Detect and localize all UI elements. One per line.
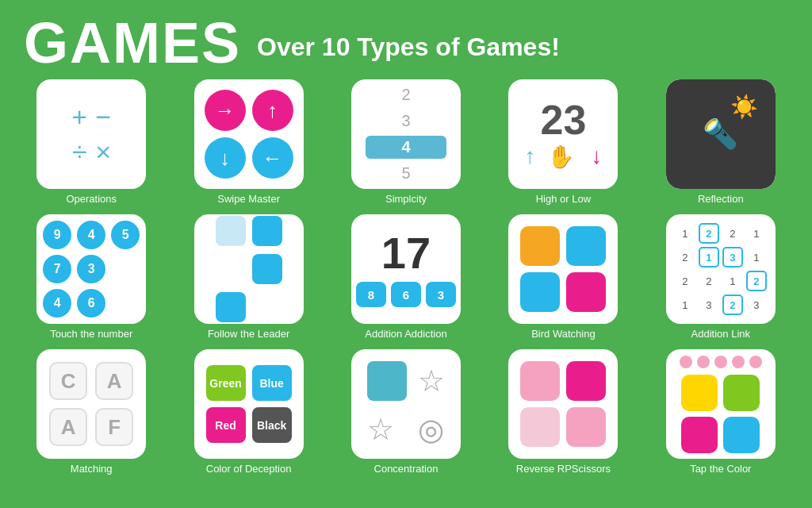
match-a2: A: [49, 408, 87, 446]
conc-star-outline-icon: ☆: [418, 364, 445, 398]
game-cell-bird-watching[interactable]: Bird Watching: [489, 214, 637, 340]
game-cell-addition-addiction[interactable]: 17 8 6 3 Addition Addiction: [332, 214, 480, 340]
game-cell-swipe-master[interactable]: → ↑ ↓ ← Swipe Master: [174, 79, 322, 205]
game-icon-rps: [508, 349, 618, 459]
add-sm-8: 8: [356, 282, 386, 307]
game-icon-addition-link: 1 2 2 1 2 1 3 1 2 2 1 2 1 3 2 3: [666, 214, 776, 324]
tnum-6: 6: [77, 289, 105, 318]
simp-3: 3: [366, 110, 446, 133]
game-label-addition-link: Addition Link: [691, 328, 750, 340]
tnum-7: 7: [43, 255, 71, 283]
tnum-5: 5: [111, 221, 140, 249]
conc-square: [367, 361, 407, 401]
tnum-4b: 4: [43, 289, 71, 318]
ops-multiply: ×: [95, 138, 111, 165]
game-label-reflection: Reflection: [698, 193, 744, 205]
game-label-color-deception: Color of Deception: [206, 463, 292, 475]
game-icon-reflection: 🔦 ☀️: [666, 79, 776, 189]
game-label-swipe-master: Swipe Master: [217, 193, 280, 205]
match-c: C: [49, 362, 87, 400]
games-grid: + − ÷ × Operations → ↑ ↓ ← Swipe Master …: [0, 79, 812, 483]
game-label-high-or-low: High or Low: [536, 193, 591, 205]
ops-divide: ÷: [71, 138, 87, 165]
torch-icon: 🔦: [703, 117, 738, 151]
game-icon-bird-watching: [508, 214, 618, 324]
cod-blue: Blue: [252, 365, 292, 401]
tnum-3: 3: [77, 255, 105, 283]
swipe-btn-down: ↓: [205, 137, 246, 179]
swipe-btn-right: →: [205, 90, 246, 131]
tap-sq-blue: [723, 417, 760, 453]
game-icon-touch-number: 9 4 5 7 3 4 6: [36, 214, 146, 324]
game-label-concentration: Concentration: [374, 463, 439, 475]
game-cell-rps[interactable]: Reverse RPScissors: [489, 349, 637, 475]
simp-2: 2: [366, 83, 446, 106]
add-sm-6: 6: [391, 282, 421, 307]
game-label-follow-leader: Follow the Leader: [208, 328, 289, 340]
game-cell-addition-link[interactable]: 1 2 2 1 2 1 3 1 2 2 1 2 1 3 2 3 Addition…: [647, 214, 795, 340]
rps-sq-1: [520, 361, 560, 401]
game-cell-color-deception[interactable]: Green Blue Red Black Color of Deception: [174, 349, 322, 475]
hol-arrow-down-icon: ↓: [591, 144, 602, 169]
game-label-touch-number: Touch the number: [50, 328, 132, 340]
conc-circle-icon: ◎: [418, 412, 445, 447]
rps-sq-3: [520, 407, 560, 447]
rps-sq-4: [566, 407, 606, 447]
game-cell-follow-leader[interactable]: Follow the Leader: [174, 214, 322, 340]
header-subtitle: Over 10 Types of Games!: [257, 25, 560, 62]
bird-sq-pink: [566, 272, 606, 312]
cod-red: Red: [206, 407, 246, 443]
hol-number: 23: [540, 99, 586, 140]
game-label-bird-watching: Bird Watching: [531, 328, 595, 340]
swipe-btn-up: ↑: [252, 90, 293, 131]
rps-sq-2: [566, 361, 606, 401]
game-icon-concentration: ☆ ☆ ◎: [351, 349, 461, 459]
game-icon-high-or-low: 23 ↑ ✋ ↓: [508, 79, 618, 189]
hol-arrow-up-icon: ↑: [524, 144, 535, 169]
game-cell-simplicity[interactable]: 2 3 4 5 Simplcity: [332, 79, 480, 205]
bird-sq-blue-bottom: [520, 272, 560, 312]
game-cell-touch-number[interactable]: 9 4 5 7 3 4 6 Touch the number: [17, 214, 165, 340]
add-number: 17: [381, 231, 431, 275]
game-label-tap-color: Tap the Color: [690, 463, 751, 475]
follow-sq-1: [216, 216, 246, 246]
game-cell-high-or-low[interactable]: 23 ↑ ✋ ↓ High or Low: [489, 79, 637, 205]
game-label-simplicity: Simplcity: [385, 193, 427, 205]
tap-sq-yellow: [681, 375, 718, 411]
bird-sq-orange: [520, 226, 560, 266]
follow-sq-4: [216, 292, 246, 322]
ops-plus: +: [71, 103, 87, 130]
game-icon-simplicity: 2 3 4 5: [351, 79, 461, 189]
game-label-rps: Reverse RPScissors: [516, 463, 611, 475]
game-cell-matching[interactable]: C A A F Matching: [17, 349, 165, 475]
simp-5: 5: [366, 162, 446, 185]
hol-hand-icon: ✋: [547, 144, 575, 170]
game-icon-follow-leader: [194, 214, 304, 324]
game-icon-color-deception: Green Blue Red Black: [194, 349, 304, 459]
tnum-9: 9: [43, 221, 71, 249]
game-cell-reflection[interactable]: 🔦 ☀️ Reflection: [647, 79, 795, 205]
game-cell-concentration[interactable]: ☆ ☆ ◎ Concentration: [332, 349, 480, 475]
tap-dot-2: [697, 356, 710, 368]
tap-dot-4: [732, 356, 745, 368]
game-icon-addition-addiction: 17 8 6 3: [351, 214, 461, 324]
cod-black: Black: [252, 407, 292, 443]
cod-green: Green: [206, 365, 246, 401]
game-icon-matching: C A A F: [36, 349, 146, 459]
swipe-btn-left: ←: [252, 137, 293, 179]
simp-4-active: 4: [366, 136, 446, 159]
tap-sq-green: [723, 375, 760, 411]
tnum-4: 4: [77, 221, 105, 249]
game-label-operations: Operations: [66, 193, 117, 205]
tap-dot-5: [749, 356, 762, 368]
games-title: GAMES: [24, 14, 241, 71]
ops-minus: −: [95, 103, 111, 130]
follow-sq-2: [252, 216, 282, 246]
game-cell-operations[interactable]: + − ÷ × Operations: [17, 79, 165, 205]
bird-sq-blue-top: [566, 226, 606, 266]
add-sm-3: 3: [426, 282, 456, 307]
tap-sq-pink: [681, 417, 718, 453]
game-cell-tap-color[interactable]: Tap the Color: [647, 349, 795, 475]
header: GAMES Over 10 Types of Games!: [0, 0, 812, 79]
game-label-matching: Matching: [71, 463, 113, 475]
